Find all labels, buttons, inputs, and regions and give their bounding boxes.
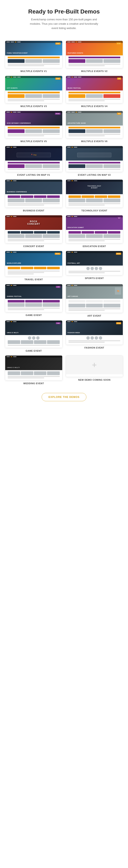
demo-card-17[interactable]: GAME Umas E Multi xyxy=(5,320,62,348)
hero-badge-18: STYLE xyxy=(116,322,121,324)
demo-label-9: BUSINESS EVENT xyxy=(23,209,44,212)
demo-item-19[interactable]: UMAS E MULTI WEDDING EVENT xyxy=(5,355,62,384)
demo-item-1[interactable]: EVENT Family Mountain Event MULTIPLE EVE… xyxy=(5,41,62,72)
avatar-sports-4 xyxy=(99,267,102,270)
demo-card-8[interactable] xyxy=(66,146,123,172)
demo-hero-20: + xyxy=(66,355,123,374)
hero-text-1: Family Mountain Event xyxy=(7,52,28,54)
demo-label-11: CONCERT EVENT xyxy=(23,245,44,248)
hero-badge-14: SPORT xyxy=(116,253,121,255)
avatar-game-3 xyxy=(36,336,40,340)
demo-label-6: MULTIPLE EVENTS V6 xyxy=(81,140,108,143)
hero-text-6: Architecture Show xyxy=(68,122,86,124)
demo-item-11[interactable]: ROCKCONCERT CONCERT EVENT xyxy=(5,215,62,248)
demo-hero-9: Business Conference xyxy=(5,180,62,194)
page-title: Ready to Pre-Built Demos xyxy=(4,8,124,15)
hero-text-14: Football Art xyxy=(68,262,80,264)
page-description: Eventchamp comes more than 150 pre-built… xyxy=(27,18,102,30)
hero-badge-4: LIVE xyxy=(117,78,121,80)
demo-card-2[interactable]: ★ ★ ★ Featured Events xyxy=(66,41,123,68)
demo-item-5[interactable]: PROMO Give Getaway Conference MULTIPLE E… xyxy=(5,111,62,143)
hero-badge-3: EVENT xyxy=(55,78,60,80)
hero-text-3: City Events xyxy=(7,87,18,89)
demo-hero-5: PROMO Give Getaway Conference xyxy=(5,111,62,125)
hero-text-4: Music Festival xyxy=(68,87,81,89)
demo-item-2[interactable]: ★ ★ ★ Featured Events MULTIPLE EVENTS V2 xyxy=(66,41,123,72)
demo-label-2: MULTIPLE EVENTS V2 xyxy=(81,70,108,72)
demo-card-19[interactable]: UMAS E MULTI xyxy=(5,355,62,380)
demo-hero-18: STYLE Fashion Week xyxy=(66,320,123,335)
demo-item-4[interactable]: LIVE Music Festival MULTIPLE EVENTS V4 xyxy=(66,76,123,107)
demo-card-4[interactable]: LIVE Music Festival xyxy=(66,76,123,103)
demo-hero-14: SPORT Football Art xyxy=(66,251,123,266)
demo-card-1[interactable]: EVENT Family Mountain Event xyxy=(5,41,62,68)
hero-text-15: Gaming Festival xyxy=(7,296,22,297)
avatar-fashion-3 xyxy=(95,336,98,340)
demo-label-3: MULTIPLE EVENTS V3 xyxy=(20,105,47,107)
demo-item-9[interactable]: Business Conference BUSINESS EVENT xyxy=(5,180,62,212)
avatar-sports-3 xyxy=(95,267,98,270)
avatar-sports-2 xyxy=(91,267,94,270)
demo-label-12: EDUCATION EVENT xyxy=(83,245,106,248)
explore-demos-button[interactable]: Explore the demos xyxy=(42,393,86,401)
demo-hero-11: ROCKCONCERT xyxy=(5,215,62,230)
demo-label-13: TRAVEL EVENT xyxy=(24,278,43,281)
hero-badge-13: TRAVEL xyxy=(55,253,60,255)
hero-badge-2: ★ ★ ★ xyxy=(116,42,121,44)
demo-item-3[interactable]: EVENT City Events MULTIPLE EVENTS V3 xyxy=(5,76,62,107)
hero-text-13: World Explore xyxy=(7,262,21,264)
avatar-sports-1 xyxy=(86,267,90,270)
demo-hero-19: UMAS E MULTI xyxy=(5,355,62,370)
hero-text-17: Umas E Multi xyxy=(7,332,19,333)
demo-item-18[interactable]: STYLE Fashion Week FASHION EVENT xyxy=(66,320,123,352)
demo-item-8[interactable]: EVENT LISTING ON MAP V2 xyxy=(66,146,123,176)
demo-card-10[interactable]: TECHNOLOGYEVENT xyxy=(66,180,123,208)
hero-badge-17: GAME xyxy=(56,322,60,324)
demo-item-10[interactable]: TECHNOLOGYEVENT TECHNOLOGY EVENT xyxy=(66,180,123,212)
demo-label-17: GAME EVENT xyxy=(26,349,42,352)
title-prefix: Ready to xyxy=(28,8,53,15)
demo-item-6[interactable]: NEW Architecture Show MULTIPLE EVENTS V6 xyxy=(66,111,123,143)
hero-text-5: Give Getaway Conference xyxy=(7,122,31,124)
avatar-fashion-2 xyxy=(91,336,94,340)
demo-hero-4: LIVE Music Festival xyxy=(66,76,123,90)
demo-card-12[interactable]: EDU Education Summit xyxy=(66,215,123,243)
avatar-game-1 xyxy=(28,336,31,340)
coming-soon-plus-icon: + xyxy=(92,360,97,370)
demo-hero-7: 📍 Map xyxy=(5,146,62,161)
demo-hero-17: GAME Umas E Multi xyxy=(5,320,62,335)
demo-item-15[interactable]: GAME Gaming Festival GAME EVENT xyxy=(5,284,62,317)
demo-card-13[interactable]: TRAVEL World Explore xyxy=(5,251,62,277)
demo-label-10: TECHNOLOGY EVENT xyxy=(81,209,107,212)
demo-item-17[interactable]: GAME Umas E Multi GAME EVENT xyxy=(5,320,62,352)
demo-hero-13: TRAVEL World Explore xyxy=(5,251,62,266)
demo-card-6[interactable]: NEW Architecture Show xyxy=(66,111,123,138)
demo-hero-2: ★ ★ ★ Featured Events xyxy=(66,41,123,55)
demo-label-15: GAME EVENT xyxy=(26,314,42,316)
demo-card-9[interactable]: Business Conference xyxy=(5,180,62,208)
demo-card-7[interactable]: 📍 Map xyxy=(5,146,62,172)
demo-card-14[interactable]: SPORT Football Art xyxy=(66,251,123,275)
hero-text-18: Fashion Week xyxy=(68,332,80,333)
footer-area: Explore the demos xyxy=(0,389,128,409)
demo-card-18[interactable]: STYLE Fashion Week xyxy=(66,320,123,345)
demo-card-11[interactable]: ROCKCONCERT xyxy=(5,215,62,243)
demo-hero-16: 🎨 ART CANVAS xyxy=(66,284,123,299)
demo-card-16[interactable]: 🎨 ART CANVAS xyxy=(66,284,123,313)
demo-item-14[interactable]: SPORT Football Art SPORTS EVENT xyxy=(66,251,123,281)
demo-item-13[interactable]: TRAVEL World Explore TRAVEL EVENT xyxy=(5,251,62,281)
demo-card-5[interactable]: PROMO Give Getaway Conference xyxy=(5,111,62,138)
demo-label-20: NEW DEMO COMING SOON xyxy=(78,379,110,381)
hero-badge-1: EVENT xyxy=(55,42,60,44)
demo-card-15[interactable]: GAME Gaming Festival xyxy=(5,284,62,312)
demo-label-5: MULTIPLE EVENTS V5 xyxy=(20,140,47,143)
rock-concert-text: ROCKCONCERT xyxy=(27,220,40,225)
demos-grid: EVENT Family Mountain Event MULTIPLE EVE… xyxy=(0,41,128,389)
demo-item-16[interactable]: 🎨 ART CANVAS ART EVENT xyxy=(66,284,123,317)
avatar-fashion-1 xyxy=(86,336,90,340)
demo-card-3[interactable]: EVENT City Events xyxy=(5,76,62,103)
demo-item-7[interactable]: 📍 Map EVENT LISTING ON MAP V1 xyxy=(5,146,62,176)
avatar-game-2 xyxy=(32,336,35,340)
demo-label-1: MULTIPLE EVENTS V1 xyxy=(20,70,47,72)
demo-item-12[interactable]: EDU Education Summit EDUCATION EVENT xyxy=(66,215,123,248)
